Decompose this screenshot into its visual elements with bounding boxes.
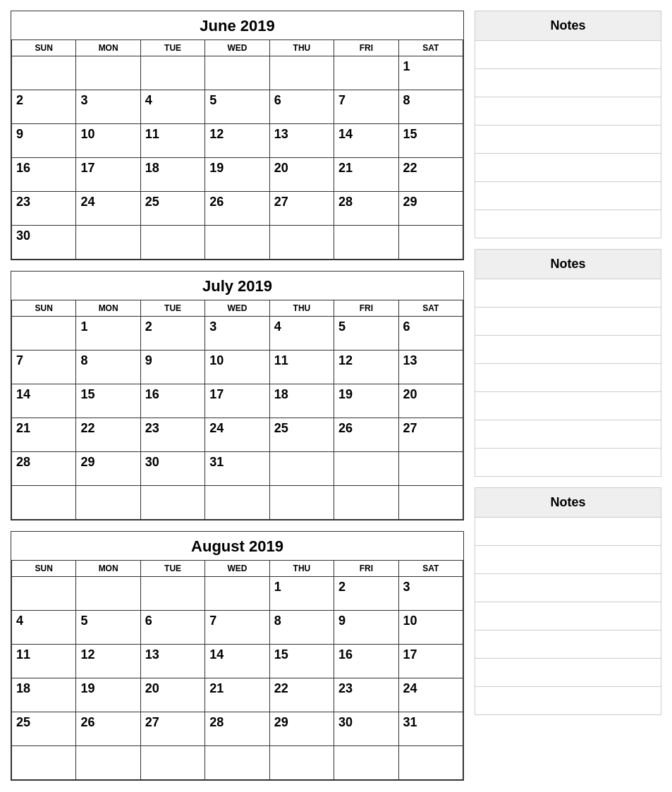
calendar-day: 29 bbox=[398, 192, 463, 226]
calendar-day: 16 bbox=[334, 645, 398, 678]
notes-line[interactable] bbox=[475, 126, 661, 154]
calendar-day: 16 bbox=[12, 158, 76, 192]
notes-line[interactable] bbox=[475, 279, 661, 307]
page-container: June 2019SUNMONTUEWEDTHUFRISAT1234567891… bbox=[11, 11, 661, 792]
notes-lines-0 bbox=[475, 41, 661, 238]
notes-line[interactable] bbox=[475, 154, 661, 182]
notes-line[interactable] bbox=[475, 546, 661, 574]
calendar-day bbox=[269, 56, 334, 90]
calendar-day: 14 bbox=[334, 124, 398, 158]
table-row: 14151617181920 bbox=[12, 384, 463, 418]
calendar-day: 30 bbox=[334, 712, 398, 746]
table-row: 18192021222324 bbox=[12, 678, 463, 712]
notes-line[interactable] bbox=[475, 41, 661, 69]
notes-line[interactable] bbox=[475, 602, 661, 630]
table-row: 1 bbox=[12, 56, 463, 90]
notes-line[interactable] bbox=[475, 69, 661, 97]
day-header-mon: MON bbox=[76, 40, 140, 56]
calendar-day: 2 bbox=[334, 577, 398, 611]
calendar-day: 3 bbox=[205, 317, 269, 351]
calendar-day bbox=[140, 226, 204, 260]
calendar-day: 17 bbox=[76, 158, 140, 192]
calendar-day: 11 bbox=[12, 645, 76, 678]
day-header-tue: TUE bbox=[140, 561, 204, 577]
calendar-day: 25 bbox=[140, 192, 204, 226]
calendar-day: 26 bbox=[76, 712, 140, 746]
notes-line[interactable] bbox=[475, 420, 661, 449]
calendar-day: 10 bbox=[76, 124, 140, 158]
calendar-day: 15 bbox=[398, 124, 463, 158]
calendar-day: 27 bbox=[269, 192, 334, 226]
calendar-day bbox=[76, 577, 140, 611]
notes-block-1: Notes bbox=[475, 249, 661, 477]
calendar-day bbox=[76, 56, 140, 90]
calendar-day: 21 bbox=[205, 678, 269, 712]
calendar-day: 10 bbox=[398, 611, 463, 645]
calendar-day: 15 bbox=[76, 384, 140, 418]
calendar-day bbox=[205, 746, 269, 780]
notes-lines-1 bbox=[475, 279, 661, 477]
calendar-day bbox=[398, 226, 463, 260]
calendar-day: 20 bbox=[269, 158, 334, 192]
calendar-day bbox=[76, 486, 140, 520]
notes-line[interactable] bbox=[475, 210, 661, 238]
day-header-sat: SAT bbox=[398, 300, 463, 317]
calendar-title-july-2019: July 2019 bbox=[11, 272, 463, 300]
calendar-day: 8 bbox=[269, 611, 334, 645]
day-header-tue: TUE bbox=[140, 40, 204, 56]
notes-line[interactable] bbox=[475, 364, 661, 392]
calendar-day: 22 bbox=[76, 418, 140, 452]
calendar-day: 12 bbox=[205, 124, 269, 158]
calendar-day: 7 bbox=[12, 351, 76, 384]
calendar-day bbox=[205, 226, 269, 260]
table-row: 16171819202122 bbox=[12, 158, 463, 192]
calendar-day bbox=[76, 746, 140, 780]
calendar-day: 24 bbox=[76, 192, 140, 226]
calendar-day bbox=[140, 577, 204, 611]
calendar-day bbox=[140, 486, 204, 520]
calendar-day bbox=[205, 56, 269, 90]
notes-block-2: Notes bbox=[475, 487, 661, 715]
calendar-day: 17 bbox=[398, 645, 463, 678]
notes-line[interactable] bbox=[475, 449, 661, 477]
calendar-day: 18 bbox=[12, 678, 76, 712]
calendar-day: 18 bbox=[269, 384, 334, 418]
notes-line[interactable] bbox=[475, 392, 661, 420]
calendar-day: 9 bbox=[334, 611, 398, 645]
calendar-day: 11 bbox=[269, 351, 334, 384]
notes-line[interactable] bbox=[475, 518, 661, 546]
notes-line[interactable] bbox=[475, 574, 661, 602]
calendar-day: 24 bbox=[398, 678, 463, 712]
calendar-day bbox=[334, 452, 398, 486]
day-header-fri: FRI bbox=[334, 561, 398, 577]
table-row: 123 bbox=[12, 577, 463, 611]
calendar-day bbox=[12, 486, 76, 520]
calendar-day bbox=[205, 486, 269, 520]
notes-line[interactable] bbox=[475, 182, 661, 210]
calendar-day: 19 bbox=[205, 158, 269, 192]
calendar-day: 25 bbox=[12, 712, 76, 746]
notes-line[interactable] bbox=[475, 97, 661, 126]
calendar-day: 5 bbox=[334, 317, 398, 351]
notes-line[interactable] bbox=[475, 307, 661, 336]
notes-line[interactable] bbox=[475, 659, 661, 687]
calendar-day: 5 bbox=[205, 90, 269, 124]
calendar-day: 31 bbox=[205, 452, 269, 486]
calendar-day bbox=[269, 746, 334, 780]
notes-header-1: Notes bbox=[475, 249, 661, 279]
calendar-day: 24 bbox=[205, 418, 269, 452]
calendar-day: 4 bbox=[12, 611, 76, 645]
table-row: 2345678 bbox=[12, 90, 463, 124]
calendar-title-august-2019: August 2019 bbox=[11, 532, 463, 560]
calendar-day bbox=[334, 486, 398, 520]
notes-line[interactable] bbox=[475, 630, 661, 659]
table-row: 30 bbox=[12, 226, 463, 260]
calendar-day: 30 bbox=[140, 452, 204, 486]
notes-header-0: Notes bbox=[475, 11, 661, 41]
notes-line[interactable] bbox=[475, 336, 661, 364]
calendar-august-2019: August 2019SUNMONTUEWEDTHUFRISAT12345678… bbox=[11, 531, 464, 781]
day-header-thu: THU bbox=[269, 300, 334, 317]
notes-line[interactable] bbox=[475, 687, 661, 715]
calendar-day: 6 bbox=[140, 611, 204, 645]
calendar-day bbox=[398, 486, 463, 520]
